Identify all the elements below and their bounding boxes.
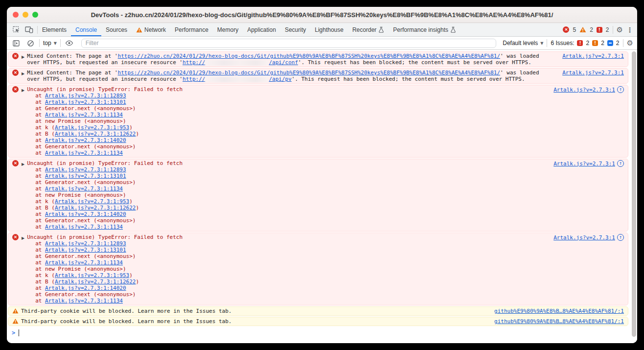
tab-application[interactable]: Application — [243, 23, 280, 36]
tab-performance-insights[interactable]: Performance insights — [389, 23, 460, 36]
issue-badge-page-error-icon[interactable]: ! — [577, 40, 583, 46]
expand-arrow-icon[interactable]: ▶ — [22, 70, 24, 77]
console-output: ×▶Mixed Content: The page at 'https://z2… — [7, 50, 637, 343]
console-link[interactable]: /api/pv — [269, 76, 291, 82]
settings-gear-icon[interactable]: ⚙ — [617, 25, 623, 34]
warning-count-icon[interactable] — [579, 25, 586, 35]
console-link[interactable]: Artalk.js?v=2.7.3:1:14020 — [45, 137, 126, 143]
tab-memory[interactable]: Memory — [213, 23, 243, 36]
tab-label: Recorder — [352, 26, 376, 33]
message-text-segment: at B ( — [35, 205, 55, 211]
console-link[interactable]: Artalk.js?v=2.7.3:1:1134 — [45, 259, 123, 266]
stack-line: at Generator.next (<anonymous>) — [35, 143, 547, 150]
console-link[interactable]: Artalk.js?v=2.7.3:1:12622 — [55, 205, 136, 211]
tab-elements[interactable]: Elements — [38, 23, 71, 36]
inspect-element-icon[interactable] — [11, 25, 22, 35]
issues-count-icon[interactable]: ! — [597, 27, 602, 33]
more-options-icon[interactable]: ⋮ — [626, 26, 633, 34]
issue-badge-count: 2 — [601, 40, 604, 47]
clear-console-icon[interactable] — [25, 38, 36, 48]
message-text-segment: Third-party cookie will be blocked. Lear… — [21, 308, 231, 314]
log-levels-selector[interactable]: Default levels ▼ — [503, 40, 543, 47]
console-prompt[interactable]: > — [7, 327, 629, 338]
warning-count[interactable]: 2 — [590, 26, 593, 33]
filter-input[interactable] — [81, 39, 496, 48]
source-link[interactable]: Artalk.js?v=2.7.3:1 — [553, 87, 615, 93]
source-link[interactable]: github%E9%80%9A%E8%B…8%AE%A4%E8%AF%81/:1 — [494, 308, 624, 314]
tab-network[interactable]: Network — [132, 23, 170, 36]
source-link[interactable]: Artalk.js?v=2.7.3:1 — [562, 70, 624, 76]
console-link[interactable]: Artalk.js?v=2.7.3:1:12622 — [55, 279, 136, 285]
console-link[interactable]: Artalk.js?v=2.7.3:1:12893 — [45, 240, 126, 247]
console-link[interactable]: https://z2huo.cn/2024/01/29/hexo-blog-do… — [118, 70, 500, 76]
console-link[interactable]: Artalk.js?v=2.7.3:1:953 — [55, 124, 129, 131]
issue-badge-improvement-icon[interactable] — [607, 40, 613, 46]
source-link[interactable]: Artalk.js?v=2.7.3:1 — [562, 53, 624, 59]
console-link[interactable]: Artalk.js?v=2.7.3:1:13101 — [45, 247, 126, 253]
console-link[interactable]: https://z2huo.cn/2024/01/29/hexo-blog-do… — [118, 53, 500, 59]
scrollbar[interactable] — [630, 50, 637, 343]
source-link[interactable]: Artalk.js?v=2.7.3:1 — [553, 234, 615, 241]
stack-line: at B (Artalk.js?v=2.7.3:1:12622) — [35, 279, 547, 285]
tab-label: Performance — [175, 26, 208, 33]
console-link[interactable]: Artalk.js?v=2.7.3:1:953 — [55, 272, 129, 279]
console-link[interactable]: Artalk.js?v=2.7.3:1:14020 — [45, 285, 126, 291]
close-window-button[interactable] — [13, 12, 19, 18]
console-settings-gear-icon[interactable]: ⚙ — [627, 39, 633, 47]
device-toolbar-icon[interactable] — [23, 25, 34, 35]
error-count-icon[interactable]: × — [563, 26, 569, 33]
create-live-expression-icon[interactable] — [64, 38, 75, 48]
chevron-down-icon: ▼ — [540, 41, 543, 46]
console-sidebar-icon[interactable] — [11, 38, 22, 48]
tab-lighthouse[interactable]: Lighthouse — [310, 23, 348, 36]
tab-security[interactable]: Security — [280, 23, 310, 36]
console-link[interactable]: Artalk.js?v=2.7.3:1:1134 — [45, 112, 123, 118]
tab-console[interactable]: Console — [71, 23, 101, 36]
console-link[interactable]: Artalk.js?v=2.7.3:1:12622 — [55, 131, 136, 137]
tab-recorder[interactable]: Recorder — [348, 23, 389, 36]
console-link[interactable]: Artalk.js?v=2.7.3:1:12893 — [45, 93, 126, 99]
console-link[interactable]: Artalk.js?v=2.7.3:1:953 — [55, 198, 129, 205]
console-link[interactable]: Artalk.js?v=2.7.3:1:12893 — [45, 166, 126, 173]
console-link[interactable]: Artalk.js?v=2.7.3:1:14020 — [45, 211, 126, 217]
scrollbar-thumb[interactable] — [632, 51, 636, 337]
source-link[interactable]: Artalk.js?v=2.7.3:1 — [553, 161, 615, 167]
message-text: Mixed Content: The page at 'https://z2hu… — [27, 53, 545, 66]
expand-arrow-icon[interactable]: ▶ — [22, 54, 24, 60]
console-link[interactable]: Artalk.js?v=2.7.3:1:1134 — [45, 298, 123, 304]
source-link[interactable]: github%E9%80%9A%E8%B…8%AE%A4%E8%AF%81/:1 — [494, 318, 624, 325]
window-title: DevTools - z2huo.cn/2024/01/29/hexo-blog… — [7, 11, 637, 19]
console-link[interactable]: Artalk.js?v=2.7.3:1:13101 — [45, 173, 126, 179]
stack-line: at Generator.next (<anonymous>) — [35, 217, 547, 224]
console-link[interactable]: http:// — [183, 59, 205, 66]
expand-arrow-icon[interactable]: ▶ — [22, 161, 24, 167]
expand-arrow-icon[interactable]: ▶ — [22, 235, 24, 241]
console-link[interactable]: Artalk.js?v=2.7.3:1:1134 — [45, 186, 123, 192]
issues-summary[interactable]: 6 Issues: !2!22 — [551, 40, 619, 47]
console-link[interactable]: Artalk.js?v=2.7.3:1:1134 — [45, 150, 123, 156]
stack-line: at B (Artalk.js?v=2.7.3:1:12622) — [35, 205, 547, 211]
javascript-context-selector[interactable]: top ▼ — [43, 40, 57, 47]
stack-line: at Generator.next (<anonymous>) — [35, 253, 547, 259]
console-link[interactable]: Artalk.js?v=2.7.3:1:13101 — [45, 99, 126, 105]
error-count[interactable]: 5 — [573, 26, 576, 33]
chevron-down-icon: ▼ — [54, 41, 57, 46]
console-link[interactable]: /api/conf — [269, 59, 298, 66]
console-link[interactable]: Artalk.js?v=2.7.3:1:1134 — [45, 224, 123, 230]
expand-arrow-icon[interactable]: ▶ — [22, 87, 24, 93]
stack-line: at k (Artalk.js?v=2.7.3:1:953) — [35, 198, 547, 205]
message-text-segment: ) — [136, 205, 139, 211]
tab-performance[interactable]: Performance — [170, 23, 213, 36]
issues-count[interactable]: 2 — [606, 26, 609, 33]
console-link[interactable]: http:// — [183, 76, 205, 82]
linked-source-icon[interactable]: ↑ — [617, 86, 624, 93]
tab-label: Lighthouse — [315, 26, 344, 33]
minimize-window-button[interactable] — [23, 12, 28, 18]
issue-badge-breaking-change-icon[interactable]: ! — [592, 40, 598, 46]
zoom-window-button[interactable] — [32, 12, 38, 18]
message-text-segment: at — [35, 298, 45, 304]
linked-source-icon[interactable]: ↑ — [617, 160, 624, 167]
tab-sources[interactable]: Sources — [101, 23, 132, 36]
linked-source-icon[interactable]: ↑ — [617, 234, 624, 241]
stack-line: at Artalk.js?v=2.7.3:1:14020 — [35, 137, 547, 143]
